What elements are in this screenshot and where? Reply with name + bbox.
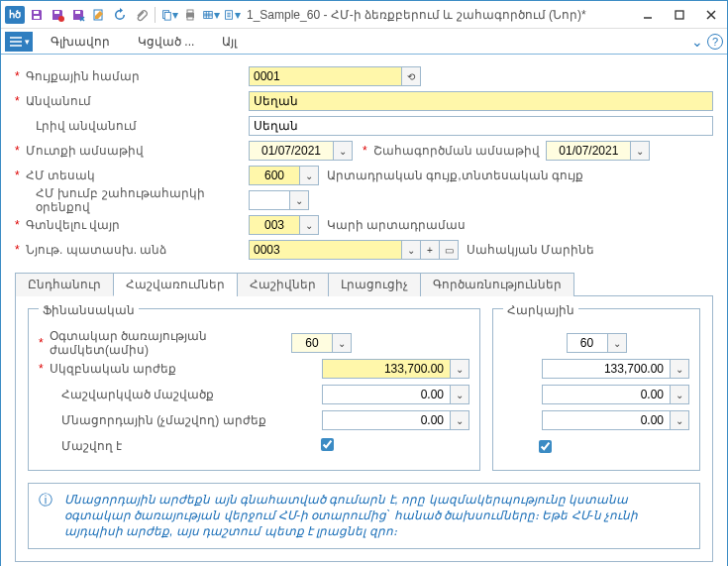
tax-depr-dropdown-button[interactable]: ⌄ [670, 385, 689, 404]
tab-body: Ֆինանսական * Օգտակար ծառայության ժամկետ(… [15, 296, 713, 562]
form-area: * Գույքային համար ⟲ * Անվանում Լրիվ անվա… [1, 55, 727, 566]
fin-wear-label: Մաշվող է [50, 439, 291, 453]
location-dropdown-button[interactable]: ⌄ [299, 215, 319, 235]
doc-icon[interactable]: ▾ [223, 6, 241, 24]
hm-group-dropdown-button[interactable]: ⌄ [289, 190, 309, 210]
window-controls [636, 5, 723, 25]
window-title: 1_Sample_60 - ՀՄ-ի ձեռքբերում և շահագործ… [247, 8, 628, 22]
fin-init-field[interactable] [322, 359, 451, 379]
save-as-icon[interactable] [69, 6, 87, 24]
maximize-button[interactable] [668, 5, 691, 25]
tax-life-dropdown-button[interactable]: ⌄ [607, 333, 627, 353]
hm-group-field[interactable] [249, 190, 290, 210]
resp-text: Սահակյան Մարինե [467, 243, 594, 257]
tab-accounts[interactable]: Հաշիվներ [237, 273, 329, 296]
fullname-label: Լրիվ անվանում [26, 119, 249, 133]
location-code-field[interactable] [249, 215, 300, 235]
resp-dropdown-button[interactable]: ⌄ [401, 240, 421, 260]
tab-additional[interactable]: Լրացուցիչ [328, 273, 421, 296]
fin-wear-checkbox[interactable] [321, 438, 334, 451]
resp-view-button[interactable]: ▭ [439, 240, 459, 260]
svg-rect-0 [34, 11, 39, 14]
fin-depr-dropdown-button[interactable]: ⌄ [450, 385, 469, 404]
financial-group-title: Ֆինանսական [39, 303, 139, 317]
print-icon[interactable] [181, 6, 199, 24]
expand-ribbon-icon[interactable]: ⌄ [687, 34, 707, 50]
tax-group: Հարկային ⌄ ⌄ ⌄ [492, 308, 700, 471]
location-text: Կարի արտադրամաս [327, 218, 466, 232]
inventory-no-lookup-button[interactable]: ⟲ [401, 66, 421, 86]
fin-resid-label: Մնացորդային (չմաշվող) արժեք [50, 413, 291, 427]
location-label: Գտնվելու վայր [26, 218, 249, 232]
toolbar-separator [155, 7, 156, 23]
op-date-picker-button[interactable]: ⌄ [630, 141, 650, 161]
inventory-no-label: Գույքային համար [26, 69, 249, 83]
main-menu-button[interactable]: ▾ [5, 32, 33, 52]
menu-section[interactable]: Կցված ... [124, 31, 208, 53]
svg-rect-4 [75, 11, 80, 14]
tab-operations[interactable]: Գործառնություններ [420, 273, 574, 296]
tab-general[interactable]: Ընդհանուր [15, 273, 114, 296]
svg-point-3 [58, 16, 64, 22]
help-icon[interactable]: ? [707, 34, 723, 50]
quick-access-toolbar: հծ ▾ ▾ ▾ [5, 6, 241, 24]
fin-init-label: Սկզբնական արժեք [50, 362, 291, 376]
fin-init-dropdown-button[interactable]: ⌄ [450, 359, 469, 379]
fin-life-field[interactable] [291, 333, 333, 353]
copy-icon[interactable]: ▾ [160, 6, 178, 24]
op-date-label: Շահագործման ամսաթիվ [373, 144, 540, 158]
tax-init-field[interactable] [542, 359, 671, 379]
resp-add-button[interactable]: + [420, 240, 440, 260]
hm-type-label: ՀՄ տեսակ [26, 169, 249, 182]
required-mark: * [15, 69, 23, 83]
grid-icon[interactable]: ▾ [202, 6, 220, 24]
tax-init-dropdown-button[interactable]: ⌄ [670, 359, 689, 379]
hm-type-code-field[interactable] [249, 166, 300, 185]
refresh-icon[interactable] [111, 6, 129, 24]
fin-depr-label: Հաշվարկված մաշվածք [50, 388, 291, 401]
tax-life-field[interactable] [567, 333, 608, 353]
entry-date-picker-button[interactable]: ⌄ [333, 141, 353, 161]
titlebar: հծ ▾ ▾ ▾ 1_Sample_60 - ՀՄ-ի ձեռքբերում և… [1, 1, 727, 29]
op-date-field[interactable] [546, 141, 631, 161]
svg-rect-9 [187, 10, 193, 13]
tax-group-title: Հարկային [503, 303, 578, 317]
entry-date-label: Մուտքի ամսաթիվ [26, 144, 249, 158]
svg-rect-13 [676, 11, 683, 19]
resp-label: Նյութ. պատասխ. անձ [26, 243, 249, 257]
svg-rect-2 [54, 11, 59, 14]
fin-resid-dropdown-button[interactable]: ⌄ [450, 410, 469, 430]
tax-resid-dropdown-button[interactable]: ⌄ [670, 410, 689, 430]
fin-depr-field[interactable] [322, 385, 451, 404]
tax-resid-field[interactable] [542, 410, 671, 430]
menu-main[interactable]: Գլխավոր [37, 31, 124, 53]
fullname-field[interactable] [249, 116, 713, 136]
info-box: ⓘ Մնացորդային արժեքն այն գնահատված գումա… [28, 483, 700, 549]
fin-life-dropdown-button[interactable]: ⌄ [332, 333, 352, 353]
fin-life-label: Օգտակար ծառայության ժամկետ(ամիս) [50, 329, 291, 357]
tab-strip: Ընդհանուր Հաշվառումներ Հաշիվներ Լրացուցի… [15, 272, 713, 296]
name-label: Անվանում [26, 94, 249, 108]
info-icon: ⓘ [39, 492, 56, 540]
tax-wear-checkbox[interactable] [539, 440, 552, 453]
save-close-icon[interactable] [49, 6, 66, 24]
hm-type-dropdown-button[interactable]: ⌄ [299, 166, 319, 185]
close-button[interactable] [699, 5, 723, 25]
name-field[interactable] [249, 91, 713, 111]
entry-date-field[interactable] [249, 141, 334, 161]
svg-rect-11 [204, 11, 213, 18]
tax-depr-field[interactable] [542, 385, 671, 404]
edit-icon[interactable] [90, 6, 108, 24]
info-text: Մնացորդային արժեքն այն գնահատված գումարն… [64, 492, 689, 540]
resp-code-field[interactable] [249, 240, 402, 260]
menu-other[interactable]: Այլ [208, 31, 251, 53]
save-icon[interactable] [28, 6, 46, 24]
tab-accounting[interactable]: Հաշվառումներ [113, 273, 238, 296]
app-icon: հծ [5, 6, 25, 24]
svg-rect-7 [164, 12, 170, 20]
fin-resid-field[interactable] [322, 410, 451, 430]
attach-icon[interactable] [132, 6, 150, 24]
minimize-button[interactable] [636, 5, 660, 25]
financial-group: Ֆինանսական * Օգտակար ծառայության ժամկետ(… [28, 308, 480, 471]
inventory-no-field[interactable] [249, 66, 402, 86]
